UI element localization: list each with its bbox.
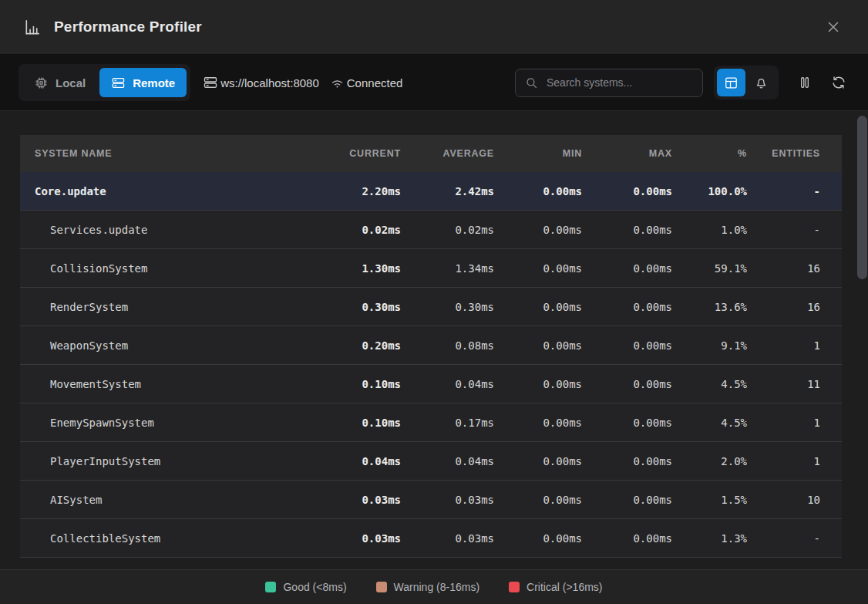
cell-entities: 1 — [747, 339, 842, 352]
table-row[interactable]: Core.update 2.20ms 2.42ms 0.00ms 0.00ms … — [20, 172, 842, 211]
cell-average: 0.03ms — [401, 494, 494, 506]
bell-icon — [754, 76, 769, 90]
bar-chart-icon — [23, 19, 41, 36]
cell-percent: 1.0% — [672, 224, 747, 236]
good-swatch — [265, 582, 276, 592]
connection-url-text: ws://localhost:8080 — [220, 76, 319, 89]
cell-min: 0.00ms — [494, 455, 582, 467]
cell-average: 0.17ms — [401, 417, 494, 429]
warning-swatch — [376, 582, 387, 592]
column-header-percent[interactable]: % — [672, 148, 747, 159]
view-button-group — [714, 66, 779, 100]
scrollbar-thumb[interactable] — [857, 116, 867, 279]
cell-min: 0.00ms — [494, 532, 582, 545]
table-row[interactable]: WeaponSystem 0.20ms 0.08ms 0.00ms 0.00ms… — [20, 326, 842, 365]
pause-button[interactable] — [794, 72, 816, 93]
cell-current: 1.30ms — [316, 262, 401, 275]
cell-system-name: MovementSystem — [20, 378, 316, 390]
cpu-icon — [34, 76, 49, 90]
systems-table: SYSTEM NAME CURRENT AVERAGE MIN MAX % EN… — [20, 135, 842, 558]
table-row[interactable]: AISystem 0.03ms 0.03ms 0.00ms 0.00ms 1.5… — [20, 481, 842, 519]
cell-average: 1.34ms — [401, 262, 494, 275]
pause-icon — [797, 75, 812, 90]
table-row[interactable]: EnemySpawnSystem 0.10ms 0.17ms 0.00ms 0.… — [20, 403, 842, 442]
table-row[interactable]: Services.update 0.02ms 0.02ms 0.00ms 0.0… — [20, 211, 842, 249]
refresh-button[interactable] — [828, 72, 849, 93]
cell-system-name: CollisionSystem — [20, 262, 316, 275]
wifi-icon — [330, 76, 345, 90]
close-button[interactable] — [822, 15, 845, 39]
legend-item-warning: Warning (8-16ms) — [376, 581, 480, 593]
cell-max: 0.00ms — [582, 339, 672, 352]
legend-item-good: Good (<8ms) — [265, 581, 346, 593]
cell-min: 0.00ms — [494, 494, 582, 506]
legend-bar: Good (<8ms) Warning (8-16ms) Critical (>… — [0, 569, 868, 604]
column-header-min[interactable]: MIN — [494, 148, 582, 159]
column-header-average[interactable]: AVERAGE — [401, 148, 494, 159]
server-icon — [111, 76, 126, 90]
cell-current: 0.03ms — [316, 494, 401, 506]
table-view-button[interactable] — [717, 69, 745, 96]
column-header-max[interactable]: MAX — [582, 148, 672, 159]
cell-system-name: PlayerInputSystem — [20, 455, 316, 467]
cell-current: 0.30ms — [316, 301, 401, 313]
cell-system-name: CollectibleSystem — [20, 532, 316, 545]
cell-entities: 16 — [747, 262, 842, 275]
alerts-button[interactable] — [747, 69, 775, 96]
cell-percent: 100.0% — [672, 185, 747, 197]
cell-percent: 59.1% — [672, 262, 747, 275]
cell-system-name: AISystem — [20, 494, 316, 506]
connection-url: ws://localhost:8080 — [203, 75, 319, 90]
column-header-current[interactable]: CURRENT — [316, 148, 401, 159]
local-label: Local — [56, 76, 86, 89]
cell-min: 0.00ms — [494, 417, 582, 429]
legend-label: Warning (8-16ms) — [394, 581, 480, 593]
cell-entities: 16 — [747, 301, 842, 313]
table-row[interactable]: PlayerInputSystem 0.04ms 0.04ms 0.00ms 0… — [20, 442, 842, 481]
local-button[interactable]: Local — [22, 68, 97, 97]
toolbar: Local Remote ws://localhost:8080 — [0, 55, 868, 111]
cell-max: 0.00ms — [582, 262, 672, 275]
legend-item-critical: Critical (>16ms) — [509, 581, 602, 593]
cell-current: 0.10ms — [316, 417, 401, 429]
critical-swatch — [509, 582, 520, 592]
cell-max: 0.00ms — [582, 224, 672, 236]
remote-button[interactable]: Remote — [99, 68, 187, 97]
cell-entities: 11 — [747, 378, 842, 390]
search-input[interactable] — [545, 76, 693, 89]
refresh-icon — [831, 75, 846, 90]
main-content: SYSTEM NAME CURRENT AVERAGE MIN MAX % EN… — [0, 111, 868, 558]
connection-status: Connected — [330, 76, 403, 90]
cell-entities: - — [747, 532, 842, 545]
search-box — [515, 69, 703, 97]
cell-average: 0.02ms — [401, 224, 494, 236]
cell-current: 0.10ms — [316, 378, 401, 390]
cell-entities: 1 — [747, 455, 842, 467]
cell-percent: 2.0% — [672, 455, 747, 467]
cell-current: 0.04ms — [316, 455, 401, 467]
cell-average: 0.08ms — [401, 339, 494, 352]
cell-system-name: RenderSystem — [20, 301, 316, 313]
cell-percent: 9.1% — [672, 339, 747, 352]
cell-max: 0.00ms — [582, 417, 672, 429]
table-row[interactable]: CollectibleSystem 0.03ms 0.03ms 0.00ms 0… — [20, 519, 842, 558]
page-title: Performance Profiler — [54, 19, 202, 35]
table-row[interactable]: RenderSystem 0.30ms 0.30ms 0.00ms 0.00ms… — [20, 288, 842, 326]
close-icon — [825, 19, 842, 35]
legend-label: Critical (>16ms) — [527, 581, 602, 593]
cell-percent: 1.3% — [672, 532, 747, 545]
cell-min: 0.00ms — [494, 339, 582, 352]
source-toggle: Local Remote — [19, 64, 190, 101]
cell-percent: 4.5% — [672, 417, 747, 429]
table-row[interactable]: MovementSystem 0.10ms 0.04ms 0.00ms 0.00… — [20, 365, 842, 403]
cell-average: 2.42ms — [401, 185, 494, 197]
column-header-entities[interactable]: ENTITIES — [747, 148, 842, 159]
cell-current: 0.20ms — [316, 339, 401, 352]
cell-entities: - — [747, 224, 842, 236]
column-header-system-name[interactable]: SYSTEM NAME — [20, 148, 316, 159]
cell-min: 0.00ms — [494, 378, 582, 390]
cell-max: 0.00ms — [582, 494, 672, 506]
table-row[interactable]: CollisionSystem 1.30ms 1.34ms 0.00ms 0.0… — [20, 249, 842, 288]
connection-status-text: Connected — [347, 76, 403, 89]
cell-system-name: Core.update — [20, 185, 316, 197]
